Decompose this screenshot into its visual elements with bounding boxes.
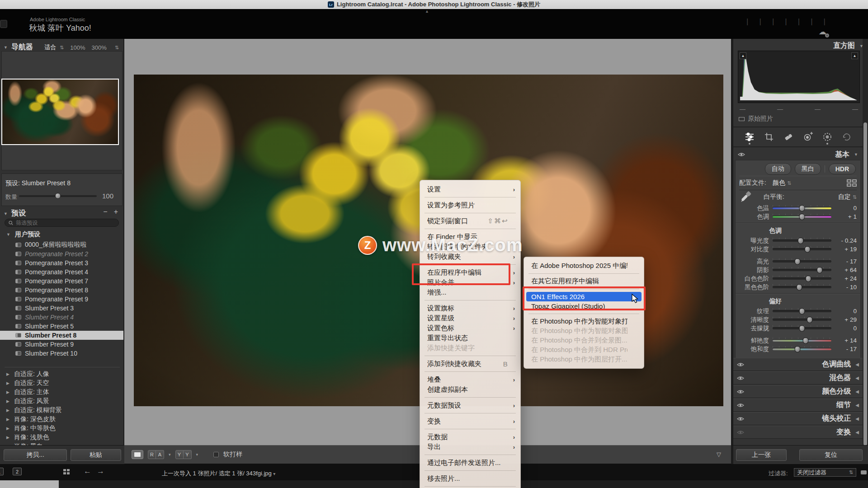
auto-button[interactable]: 自动 — [765, 163, 791, 175]
white-balance-eyedropper-icon[interactable] — [739, 190, 753, 204]
slider-track[interactable] — [773, 286, 831, 288]
slider-track[interactable] — [773, 277, 831, 280]
preset-folder-row[interactable]: ▶ 肖像: 中等肤色 — [0, 424, 124, 433]
slider-track[interactable] — [773, 207, 831, 209]
navigator-preview[interactable] — [1, 79, 119, 145]
panel-header-row[interactable]: 镜头校正 ◀ — [733, 412, 863, 425]
menu-item[interactable]: 设置旗标 › — [420, 303, 520, 313]
preset-list-item[interactable]: Slumber Preset 10 — [0, 349, 124, 358]
menu-item[interactable]: 设置色标 › — [420, 323, 520, 333]
panel-expand-icon[interactable]: ◀ — [855, 375, 859, 380]
source-dropdown-icon[interactable]: ▾ — [273, 471, 275, 476]
slider-thumb[interactable] — [799, 214, 805, 220]
preset-list-item[interactable]: Slumber Preset 4 — [0, 313, 124, 322]
profile-stepper-icon[interactable]: ⇅ — [787, 180, 791, 186]
navigator-zoom-100[interactable]: 100% — [70, 44, 85, 51]
module-tab[interactable] — [754, 17, 766, 26]
compare-view-buttons[interactable]: YY — [175, 450, 192, 459]
main-window-button[interactable]: 1 — [0, 468, 4, 475]
preset-list-item[interactable]: Slumber Preset 5 — [0, 322, 124, 331]
panel-header-row[interactable]: 混色器 ◀ — [733, 371, 863, 385]
second-window-button[interactable]: 2 — [13, 468, 22, 475]
preset-search-input[interactable] — [16, 220, 115, 226]
preset-list-item[interactable]: Pomegranate Preset 8 — [0, 286, 124, 295]
module-tab[interactable] — [805, 17, 818, 26]
module-tab[interactable] — [818, 17, 831, 26]
preset-folder-row[interactable]: ▶ 自适应: 风景 — [0, 397, 124, 406]
slider-thumb[interactable] — [806, 276, 811, 282]
submenu-item[interactable]: 在 Adobe Photoshop 2025 中编辑... › — [524, 261, 644, 271]
previous-button[interactable]: 上一张 — [736, 449, 787, 461]
zoom-level-stepper-icon[interactable]: ⇅ — [115, 45, 119, 51]
menu-item[interactable]: 导出 › — [420, 442, 520, 452]
panel-eye-icon[interactable] — [737, 375, 744, 381]
loupe-view-button[interactable] — [132, 450, 143, 459]
menu-item[interactable]: 锁定到副窗口 ⇧⌘↩ › — [420, 216, 520, 226]
scrollbar-thumb[interactable] — [863, 122, 867, 446]
submenu-item[interactable]: 在 Photoshop 中作为智能对象打开... › — [524, 317, 644, 326]
preset-list-item[interactable]: 0000_保留啦啦啦啦啦 — [0, 240, 124, 249]
slider-track[interactable] — [773, 239, 831, 242]
edit-sliders-tool[interactable] — [744, 130, 755, 144]
soft-proofing-checkbox[interactable] — [213, 452, 219, 457]
menu-item[interactable]: 变换 › — [420, 416, 520, 426]
previous-photo-arrow[interactable]: ← — [84, 467, 91, 476]
preset-folder-row[interactable]: ▶ 肖像: 深色皮肤 — [0, 415, 124, 424]
basic-eye-icon[interactable] — [738, 152, 745, 157]
red-eye-tool[interactable] — [802, 130, 814, 144]
navigator-zoom-300[interactable]: 300% — [92, 44, 107, 51]
panel-expand-icon[interactable]: ◀ — [855, 416, 859, 421]
module-tab[interactable] — [779, 17, 792, 26]
slider-thumb[interactable] — [802, 338, 808, 344]
menu-item[interactable]: 创建虚拟副本 › — [420, 385, 520, 394]
user-presets-collapse-icon[interactable]: ▼ — [6, 232, 10, 237]
preset-folder-row[interactable]: ▶ 肖像: 浅肤色 — [0, 433, 124, 442]
panel-eye-icon[interactable] — [737, 389, 744, 394]
submenu-item[interactable]: 在 Photoshop 中合并到全景图... › — [524, 336, 644, 345]
crop-tool[interactable] — [763, 130, 775, 144]
preset-list-item[interactable]: Pomegranate Preset 9 — [0, 295, 124, 304]
panel-header-row[interactable]: 颜色分级 ◀ — [733, 385, 863, 398]
slider-track[interactable] — [773, 319, 831, 321]
menu-item[interactable]: 添加快捷关键字 › — [420, 343, 520, 353]
folder-arrow-icon[interactable]: ▶ — [6, 417, 9, 422]
panel-eye-icon[interactable] — [737, 416, 744, 422]
filter-switch[interactable] — [861, 470, 867, 474]
reference-view-buttons[interactable]: RA — [148, 450, 164, 459]
slider-thumb[interactable] — [794, 258, 800, 265]
selected-thumbnail-cell[interactable] — [0, 480, 59, 488]
profile-value[interactable]: 颜色 — [773, 179, 785, 187]
histogram[interactable]: ▲ ▲ — [738, 51, 860, 103]
panel-collapse-grip-icon[interactable]: ▲ — [425, 9, 429, 14]
slider-thumb[interactable] — [799, 325, 805, 332]
preset-list-item[interactable]: Slumber Preset 3 — [0, 304, 124, 313]
masking-tool[interactable] — [821, 130, 833, 144]
panel-eye-icon[interactable] — [737, 430, 744, 435]
preset-list-item[interactable]: Slumber Preset 8 — [0, 331, 124, 340]
preset-list-item[interactable]: Pomegranate Preset 4 — [0, 267, 124, 277]
slider-thumb[interactable] — [817, 267, 823, 273]
menu-item[interactable]: 设置星级 › — [420, 313, 520, 323]
preset-folder-row[interactable]: ▶ 肖像: 黑白 — [0, 442, 124, 445]
profile-browser-icon[interactable] — [847, 179, 857, 187]
folder-arrow-icon[interactable]: ▶ — [6, 381, 9, 385]
highlight-clipping-icon[interactable]: ▲ — [851, 52, 858, 59]
wb-stepper-icon[interactable]: ⇅ — [853, 194, 857, 200]
slider-track[interactable] — [773, 310, 831, 312]
right-panel-scrollbar[interactable] — [863, 39, 868, 445]
flag-tool-icon[interactable]: ▽ — [717, 451, 721, 458]
original-photo-row[interactable]: 原始照片 — [739, 115, 773, 123]
preset-folder-row[interactable]: ▶ 自适应: 人像 — [0, 370, 124, 379]
hdr-button[interactable]: HDR — [829, 164, 856, 174]
menu-item[interactable]: 设置 › — [420, 184, 520, 194]
basic-collapse-icon[interactable]: ▼ — [854, 152, 858, 157]
slider-thumb[interactable] — [796, 284, 802, 291]
presets-collapse-icon[interactable]: ▼ — [4, 211, 8, 216]
bw-button[interactable]: 黑白 — [795, 163, 821, 175]
module-tab[interactable] — [793, 17, 805, 26]
preset-folder-row[interactable]: ▶ 自适应: 主体 — [0, 388, 124, 397]
preset-list-item[interactable]: Pomegranate Preset 3 — [0, 258, 124, 267]
cloud-sync-icon[interactable]: ☁× — [819, 27, 826, 37]
folder-arrow-icon[interactable]: ▶ — [6, 426, 9, 431]
slider-thumb[interactable] — [799, 205, 805, 211]
